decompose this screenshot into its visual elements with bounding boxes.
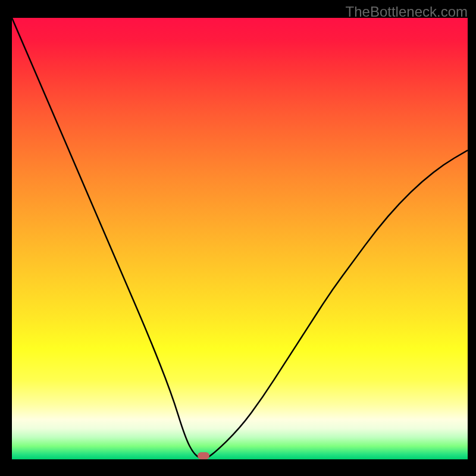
plot-area: [12, 18, 468, 459]
optimal-marker: [198, 452, 209, 459]
bottleneck-curve: [12, 18, 468, 459]
watermark-text: TheBottleneck.com: [346, 4, 468, 20]
